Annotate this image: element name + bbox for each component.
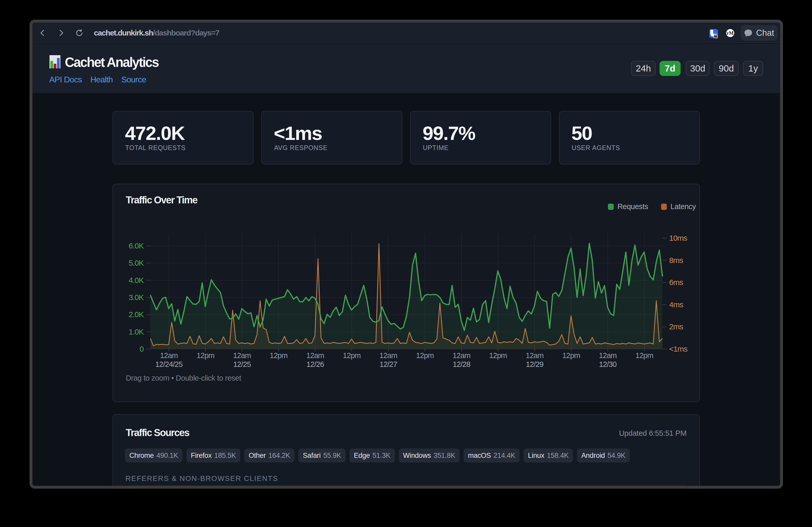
svg-text:12pm: 12pm (562, 351, 580, 360)
svg-text:0: 0 (140, 345, 144, 353)
svg-text:3.0K: 3.0K (129, 293, 144, 302)
svg-text:12am: 12am (306, 351, 324, 360)
svg-text:12am: 12am (526, 351, 544, 360)
svg-text:2ms: 2ms (669, 322, 683, 331)
svg-text:6ms: 6ms (669, 278, 683, 287)
svg-text:12pm: 12pm (270, 351, 288, 360)
svg-text:<1ms: <1ms (669, 345, 687, 353)
svg-text:12/29: 12/29 (526, 360, 543, 368)
svg-text:4.0K: 4.0K (129, 276, 144, 285)
svg-text:12/30: 12/30 (599, 360, 617, 368)
svg-text:2.0K: 2.0K (129, 310, 144, 319)
svg-text:12am: 12am (160, 351, 178, 360)
svg-text:6.0K: 6.0K (129, 241, 144, 250)
svg-text:12pm: 12pm (636, 351, 653, 360)
svg-text:12/28: 12/28 (453, 360, 470, 368)
svg-text:12/24/25: 12/24/25 (155, 360, 183, 368)
svg-text:10ms: 10ms (669, 234, 687, 242)
svg-text:12am: 12am (233, 351, 251, 360)
svg-text:4ms: 4ms (669, 300, 683, 309)
svg-text:12/26: 12/26 (306, 360, 324, 368)
svg-text:12/25: 12/25 (233, 360, 251, 368)
svg-text:12pm: 12pm (197, 351, 214, 360)
svg-text:1.0K: 1.0K (129, 328, 144, 336)
svg-text:12pm: 12pm (489, 351, 507, 360)
svg-text:12pm: 12pm (343, 351, 361, 360)
svg-text:12am: 12am (453, 351, 470, 360)
svg-text:8ms: 8ms (669, 256, 683, 265)
svg-text:12/27: 12/27 (379, 360, 397, 368)
svg-text:12pm: 12pm (416, 351, 434, 360)
svg-text:12am: 12am (379, 351, 397, 360)
svg-text:12am: 12am (599, 351, 617, 360)
svg-text:5.0K: 5.0K (129, 259, 144, 267)
